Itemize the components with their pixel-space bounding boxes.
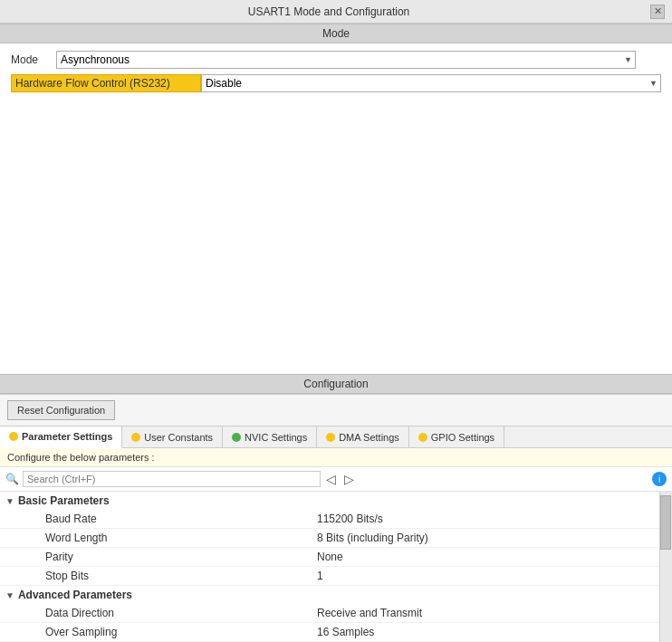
param-over-sampling: Over Sampling 16 Samples: [0, 623, 659, 642]
search-icon: 🔍: [5, 473, 19, 485]
advanced-parameters-group: ▼ Advanced Parameters Data Direction Rec…: [0, 586, 659, 642]
scrollbar-thumb[interactable]: [660, 495, 671, 550]
scrollbar-track[interactable]: [659, 492, 672, 642]
hw-flow-label: Hardware Flow Control (RS232): [11, 74, 201, 92]
search-row: 🔍 ◁ ▷ i: [0, 467, 672, 492]
hw-flow-select[interactable]: Disable CTS Only RTS Only CTS/RTS: [201, 74, 661, 92]
tab-nvic-settings-label: NVIC Settings: [245, 432, 307, 443]
tab-parameter-settings[interactable]: Parameter Settings: [0, 426, 122, 448]
advanced-parameters-header[interactable]: ▼ Advanced Parameters: [0, 586, 659, 604]
config-section-header: Configuration: [0, 374, 672, 394]
tab-parameter-settings-label: Parameter Settings: [22, 431, 112, 442]
nav-prev-icon[interactable]: ◁: [324, 472, 339, 486]
params-container: ▼ Basic Parameters Baud Rate 115200 Bits…: [0, 492, 659, 642]
mode-area: Mode Asynchronous Synchronous Single Wir…: [0, 43, 672, 105]
param-word-length: Word Length 8 Bits (including Parity): [0, 529, 659, 548]
param-stop-bits: Stop Bits 1: [0, 567, 659, 586]
mode-row: Mode Asynchronous Synchronous Single Wir…: [11, 51, 661, 69]
param-baud-rate-value: 115200 Bits/s: [317, 513, 652, 525]
mode-label: Mode: [11, 53, 56, 66]
param-parity: Parity None: [0, 548, 659, 567]
param-parity-name: Parity: [45, 551, 317, 563]
gpio-settings-dot: [418, 433, 427, 442]
tab-dma-settings-label: DMA Settings: [339, 432, 399, 443]
param-baud-rate-name: Baud Rate: [45, 513, 317, 525]
config-toolbar: Reset Configuration: [0, 394, 672, 426]
configure-message: Configure the below parameters :: [0, 448, 672, 467]
param-data-direction-name: Data Direction: [45, 607, 317, 619]
window-title: USART1 Mode and Configuration: [7, 5, 650, 18]
tab-gpio-settings[interactable]: GPIO Settings: [409, 426, 504, 447]
tab-user-constants-label: User Constants: [144, 432, 213, 443]
tab-nvic-settings[interactable]: NVIC Settings: [223, 426, 317, 447]
info-icon[interactable]: i: [652, 472, 667, 486]
param-word-length-value: 8 Bits (including Parity): [317, 532, 652, 544]
param-over-sampling-name: Over Sampling: [45, 626, 317, 638]
hw-flow-select-wrapper: Disable CTS Only RTS Only CTS/RTS: [201, 74, 661, 92]
mode-select-wrapper: Asynchronous Synchronous Single Wire (Ha…: [56, 51, 636, 69]
mode-select[interactable]: Asynchronous Synchronous Single Wire (Ha…: [56, 51, 636, 69]
param-stop-bits-name: Stop Bits: [45, 570, 317, 582]
param-baud-rate: Baud Rate 115200 Bits/s: [0, 510, 659, 529]
tab-dma-settings[interactable]: DMA Settings: [317, 426, 409, 447]
param-stop-bits-value: 1: [317, 570, 652, 582]
param-data-direction: Data Direction Receive and Transmit: [0, 604, 659, 623]
nav-next-icon[interactable]: ▷: [342, 472, 357, 486]
hw-flow-row: Hardware Flow Control (RS232) Disable CT…: [11, 74, 661, 92]
reset-config-button[interactable]: Reset Configuration: [7, 400, 115, 420]
parameter-settings-dot: [9, 432, 18, 441]
basic-parameters-title: Basic Parameters: [18, 494, 110, 507]
param-data-direction-value: Receive and Transmit: [317, 607, 652, 619]
param-parity-value: None: [317, 551, 652, 563]
title-bar: USART1 Mode and Configuration ✕: [0, 0, 672, 24]
mode-section-header: Mode: [0, 24, 672, 43]
tab-user-constants[interactable]: User Constants: [122, 426, 223, 447]
nvic-settings-dot: [232, 433, 241, 442]
tab-gpio-settings-label: GPIO Settings: [431, 432, 494, 443]
basic-parameters-header[interactable]: ▼ Basic Parameters: [0, 492, 659, 510]
param-word-length-name: Word Length: [45, 532, 317, 544]
search-input[interactable]: [23, 471, 321, 487]
params-scroll-area: ▼ Basic Parameters Baud Rate 115200 Bits…: [0, 492, 672, 642]
tabs-row: Parameter Settings User Constants NVIC S…: [0, 426, 672, 448]
close-button[interactable]: ✕: [650, 5, 665, 19]
basic-parameters-chevron: ▼: [5, 496, 14, 506]
basic-parameters-group: ▼ Basic Parameters Baud Rate 115200 Bits…: [0, 492, 659, 586]
user-constants-dot: [131, 433, 140, 442]
dma-settings-dot: [326, 433, 335, 442]
mode-spacer: [0, 105, 672, 374]
main-window: USART1 Mode and Configuration ✕ Mode Mod…: [0, 0, 672, 642]
param-over-sampling-value: 16 Samples: [317, 626, 652, 638]
advanced-parameters-chevron: ▼: [5, 590, 14, 600]
advanced-parameters-title: Advanced Parameters: [18, 589, 132, 601]
